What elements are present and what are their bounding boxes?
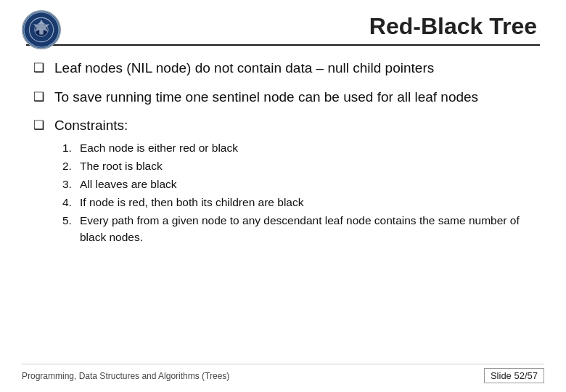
num-text-3: All leaves are black bbox=[80, 176, 533, 193]
slide: Red-Black Tree ❑ Leaf nodes (NIL node) d… bbox=[0, 0, 566, 392]
num-text-4: If node is red, then both its children a… bbox=[80, 194, 533, 211]
bullet-text-3: Constraints: bbox=[54, 116, 533, 135]
bullet-item-1: ❑ Leaf nodes (NIL node) do not contain d… bbox=[33, 59, 533, 78]
numbered-item-2: 2.The root is black bbox=[62, 158, 533, 175]
slide-header: Red-Black Tree bbox=[26, 13, 540, 40]
slide-title: Red-Black Tree bbox=[26, 13, 540, 40]
slide-footer: Programming, Data Structures and Algorit… bbox=[22, 364, 544, 383]
header-divider bbox=[26, 44, 540, 46]
num-1: 1. bbox=[62, 139, 80, 157]
num-3: 3. bbox=[62, 176, 80, 193]
num-5: 5. bbox=[62, 212, 80, 246]
num-text-5: Every path from a given node to any desc… bbox=[80, 212, 533, 246]
constraints-list: 1.Each node is either red or black2.The … bbox=[62, 139, 533, 246]
bullet-text-2: To save running time one sentinel node c… bbox=[54, 88, 533, 107]
logo bbox=[22, 10, 61, 49]
numbered-item-1: 1.Each node is either red or black bbox=[62, 139, 533, 157]
bullet-text-1: Leaf nodes (NIL node) do not contain dat… bbox=[54, 59, 533, 78]
num-2: 2. bbox=[62, 158, 80, 175]
svg-rect-3 bbox=[39, 29, 44, 34]
numbered-item-4: 4.If node is red, then both its children… bbox=[62, 194, 533, 211]
footer-left: Programming, Data Structures and Algorit… bbox=[22, 371, 229, 381]
slide-content: ❑ Leaf nodes (NIL node) do not contain d… bbox=[26, 59, 540, 245]
num-4: 4. bbox=[62, 194, 80, 211]
bullet-icon-2: ❑ bbox=[33, 89, 44, 106]
bullet-item-3: ❑ Constraints: bbox=[33, 116, 533, 135]
footer-right: Slide 52/57 bbox=[484, 368, 544, 383]
num-text-2: The root is black bbox=[80, 158, 533, 175]
logo-circle bbox=[22, 10, 61, 49]
numbered-item-3: 3.All leaves are black bbox=[62, 176, 533, 193]
bullet-icon-3: ❑ bbox=[33, 118, 44, 134]
bullet-icon-1: ❑ bbox=[33, 60, 44, 77]
numbered-item-5: 5.Every path from a given node to any de… bbox=[62, 212, 533, 246]
bullet-item-2: ❑ To save running time one sentinel node… bbox=[33, 88, 533, 107]
num-text-1: Each node is either red or black bbox=[80, 139, 533, 157]
